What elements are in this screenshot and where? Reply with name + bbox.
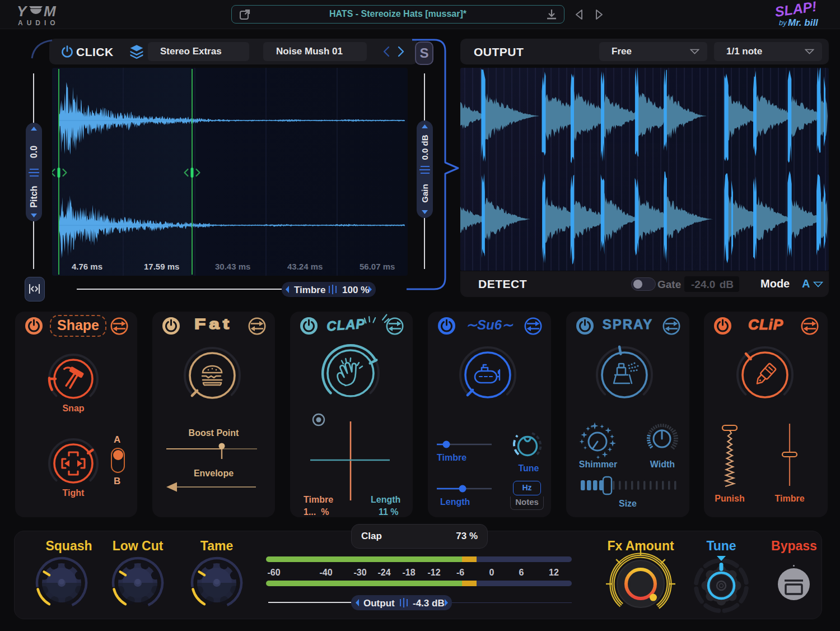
svg-text:0.0 dB: 0.0 dB [420, 134, 430, 160]
svg-text:by: by [779, 18, 787, 27]
svg-text:-4.3 dB: -4.3 dB [413, 598, 445, 609]
svg-text:30.43 ms: 30.43 ms [215, 262, 250, 271]
svg-text:56.07 ms: 56.07 ms [360, 262, 395, 271]
svg-text:4.76 ms: 4.76 ms [72, 262, 102, 271]
svg-text:100 %: 100 % [342, 285, 369, 295]
svg-text:Timbre: Timbre [294, 285, 325, 295]
svg-text:43.24 ms: 43.24 ms [287, 262, 323, 271]
svg-text:Gain: Gain [420, 184, 430, 202]
svg-text:0.0: 0.0 [29, 146, 39, 158]
svg-text:Pitch: Pitch [29, 185, 39, 207]
svg-text:17.59 ms: 17.59 ms [144, 262, 179, 271]
svg-text:SLAP!: SLAP! [774, 1, 818, 20]
svg-text:Mr. bill: Mr. bill [788, 17, 819, 28]
svg-text:AUDIO: AUDIO [18, 19, 59, 26]
svg-text:Y: Y [17, 4, 28, 20]
svg-text:M: M [44, 4, 57, 20]
svg-text:Output: Output [363, 598, 395, 609]
